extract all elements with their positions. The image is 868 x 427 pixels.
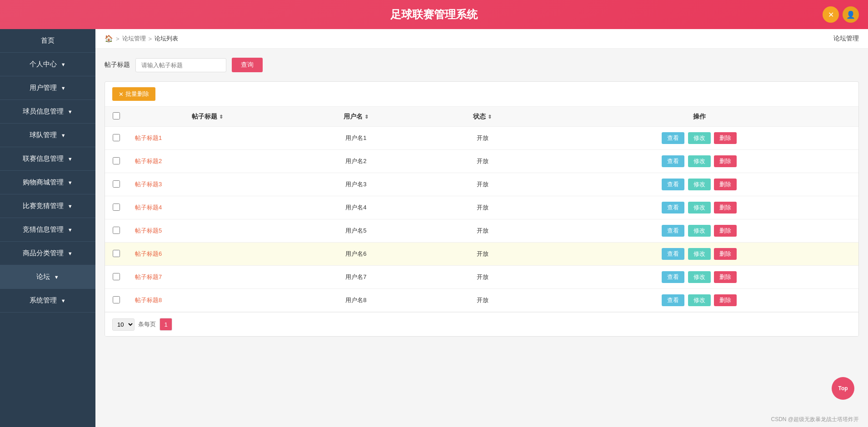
edit-button[interactable]: 修改 <box>688 179 711 190</box>
select-all-checkbox[interactable] <box>113 112 120 119</box>
row-checkbox-cell <box>105 196 128 219</box>
sort-icon: ⇕ <box>364 114 369 119</box>
sidebar-item-profile[interactable]: 个人中心 ▼ <box>0 53 95 76</box>
sidebar-item-teams[interactable]: 球队管理 ▼ <box>0 124 95 147</box>
row-status: 开放 <box>425 196 540 219</box>
row-checkbox[interactable] <box>113 180 120 188</box>
delete-button[interactable]: 删除 <box>714 271 737 283</box>
sidebar-item-league[interactable]: 联赛信息管理 ▼ <box>0 147 95 171</box>
row-checkbox[interactable] <box>113 227 120 234</box>
view-button[interactable]: 查看 <box>662 248 684 260</box>
per-page-select[interactable]: 10 20 50 <box>112 318 135 331</box>
breadcrumb-sep1: > <box>116 35 120 42</box>
delete-button[interactable]: 删除 <box>714 202 737 214</box>
row-actions: 查看 修改 删除 <box>540 289 858 312</box>
table-row: 帖子标题2 用户名2 开放 查看 修改 删除 <box>105 150 858 173</box>
pagination-bar: 10 20 50 条每页 1 <box>105 312 858 336</box>
search-label: 帖子标题 <box>105 61 130 69</box>
row-title: 帖子标题6 <box>128 243 287 266</box>
footer-text: CSDN @超级无敌暴龙战士塔塔炸开 <box>771 416 859 422</box>
chevron-down-icon: ▼ <box>61 298 66 303</box>
page-1-button[interactable]: 1 <box>160 318 172 331</box>
table-container: ✕ 批量删除 帖子标题 ⇕ 用户名 <box>105 81 859 337</box>
edit-button[interactable]: 修改 <box>688 132 711 144</box>
delete-button[interactable]: 删除 <box>714 248 737 260</box>
chevron-down-icon: ▼ <box>68 227 73 233</box>
row-checkbox-cell <box>105 150 128 173</box>
delete-button[interactable]: 删除 <box>714 155 737 167</box>
delete-button[interactable]: 删除 <box>714 179 737 190</box>
sidebar: 首页 个人中心 ▼ 用户管理 ▼ 球员信息管理 ▼ 球队管理 ▼ 联赛信息管理 … <box>0 29 95 427</box>
user-button[interactable]: 👤 <box>843 6 859 23</box>
edit-button[interactable]: 修改 <box>688 155 711 167</box>
view-button[interactable]: 查看 <box>662 271 684 283</box>
sidebar-item-forum[interactable]: 论坛 ▼ <box>0 265 95 289</box>
delete-button[interactable]: 删除 <box>714 294 737 306</box>
sidebar-item-bet-info[interactable]: 竞猜信息管理 ▼ <box>0 218 95 242</box>
data-table: 帖子标题 ⇕ 用户名 ⇕ 状态 ⇕ 操作 <box>105 107 858 312</box>
row-title: 帖子标题5 <box>128 219 287 243</box>
chevron-down-icon: ▼ <box>68 180 73 185</box>
row-username: 用户名2 <box>287 150 424 173</box>
batch-delete-button[interactable]: ✕ 批量删除 <box>112 87 155 101</box>
sidebar-item-category[interactable]: 商品分类管理 ▼ <box>0 242 95 265</box>
row-checkbox[interactable] <box>113 296 120 303</box>
row-checkbox-cell <box>105 127 128 150</box>
row-checkbox[interactable] <box>113 134 120 141</box>
sidebar-item-shop[interactable]: 购物商城管理 ▼ <box>0 171 95 194</box>
header-username-col[interactable]: 用户名 ⇕ <box>287 107 424 127</box>
row-status: 开放 <box>425 266 540 289</box>
row-status: 开放 <box>425 243 540 266</box>
row-title: 帖子标题8 <box>128 289 287 312</box>
row-actions: 查看 修改 删除 <box>540 127 858 150</box>
close-button[interactable]: ✕ <box>823 6 839 23</box>
breadcrumb-bar: 🏠 > 论坛管理 > 论坛列表 论坛管理 <box>95 29 868 49</box>
edit-button[interactable]: 修改 <box>688 202 711 214</box>
view-button[interactable]: 查看 <box>662 132 684 144</box>
delete-button[interactable]: 删除 <box>714 132 737 144</box>
edit-button[interactable]: 修改 <box>688 294 711 306</box>
table-row: 帖子标题6 用户名6 开放 查看 修改 删除 <box>105 243 858 266</box>
header-status-col[interactable]: 状态 ⇕ <box>425 107 540 127</box>
search-input[interactable] <box>135 58 226 72</box>
view-button[interactable]: 查看 <box>662 155 684 167</box>
sidebar-item-bet-mgmt[interactable]: 比赛竞猜管理 ▼ <box>0 194 95 218</box>
row-actions: 查看 修改 删除 <box>540 243 858 266</box>
sidebar-item-home[interactable]: 首页 <box>0 29 95 53</box>
chevron-down-icon: ▼ <box>61 85 66 91</box>
row-status: 开放 <box>425 289 540 312</box>
view-button[interactable]: 查看 <box>662 202 684 214</box>
per-page-label: 条每页 <box>138 320 156 328</box>
chevron-down-icon: ▼ <box>61 133 66 138</box>
row-checkbox[interactable] <box>113 250 120 257</box>
sidebar-item-players[interactable]: 球员信息管理 ▼ <box>0 100 95 124</box>
view-button[interactable]: 查看 <box>662 294 684 306</box>
row-title: 帖子标题1 <box>128 127 287 150</box>
delete-button[interactable]: 删除 <box>714 225 737 237</box>
row-status: 开放 <box>425 127 540 150</box>
row-actions: 查看 修改 删除 <box>540 173 858 196</box>
table-row: 帖子标题4 用户名4 开放 查看 修改 删除 <box>105 196 858 219</box>
view-button[interactable]: 查看 <box>662 179 684 190</box>
row-checkbox[interactable] <box>113 157 120 164</box>
row-username: 用户名3 <box>287 173 424 196</box>
edit-button[interactable]: 修改 <box>688 271 711 283</box>
search-button[interactable]: 查询 <box>232 58 263 72</box>
view-button[interactable]: 查看 <box>662 225 684 237</box>
chevron-down-icon: ▼ <box>68 204 73 209</box>
back-to-top-button[interactable]: Top <box>832 377 854 400</box>
header-actions-col: 操作 <box>540 107 858 127</box>
row-checkbox[interactable] <box>113 204 120 211</box>
sidebar-item-users[interactable]: 用户管理 ▼ <box>0 76 95 100</box>
edit-button[interactable]: 修改 <box>688 225 711 237</box>
row-username: 用户名1 <box>287 127 424 150</box>
sidebar-item-system[interactable]: 系统管理 ▼ <box>0 289 95 313</box>
main-content: 🏠 > 论坛管理 > 论坛列表 论坛管理 帖子标题 查询 ✕ <box>95 29 868 427</box>
row-checkbox[interactable] <box>113 273 120 280</box>
sort-icon: ⇕ <box>488 114 492 119</box>
table-row: 帖子标题3 用户名3 开放 查看 修改 删除 <box>105 173 858 196</box>
header-title-col[interactable]: 帖子标题 ⇕ <box>128 107 287 127</box>
edit-button[interactable]: 修改 <box>688 248 711 260</box>
table-row: 帖子标题5 用户名5 开放 查看 修改 删除 <box>105 219 858 243</box>
row-checkbox-cell <box>105 173 128 196</box>
